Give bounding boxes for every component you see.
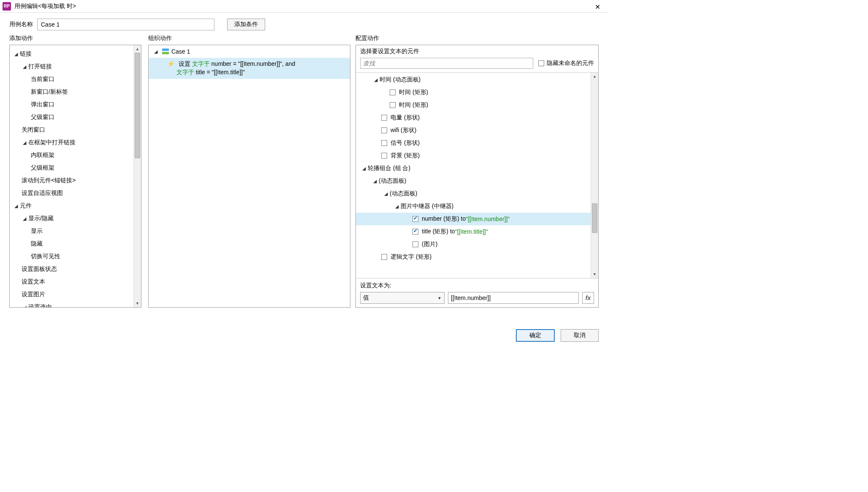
ok-button[interactable]: 确定 [516,329,555,342]
bolt-icon: ⚡ [167,60,174,67]
search-input[interactable] [360,58,533,69]
checkbox-icon[interactable] [381,153,387,159]
tree-item-show-hide[interactable]: 显示/隐藏 [10,212,141,225]
dialog-title: 用例编辑<每项加载 时> [14,3,76,10]
tree-item-title[interactable]: title (矩形) to "[[Item.title]]" [356,225,598,238]
tree-item[interactable]: 切换可见性 [10,250,141,263]
expression-input[interactable] [448,292,579,304]
title-bar: RP 用例编辑<每项加载 时> ✕ [0,0,608,13]
tree-item[interactable]: 内联框架 [10,149,141,162]
tree-item-widget[interactable]: 元件 [10,200,141,212]
checkbox-icon[interactable] [390,102,396,108]
action-tree[interactable]: 链接 打开链接 当前窗口 新窗口/新标签 弹出窗口 父级窗口 关闭窗口 在框架中… [10,45,141,308]
chevron-down-icon[interactable] [13,51,19,57]
scroll-up-icon[interactable]: ▲ [134,45,141,53]
tree-item-link[interactable]: 链接 [10,48,141,60]
tree-item-number[interactable]: number (矩形) to "[[Item.number]]" [356,213,598,225]
checkbox-icon[interactable] [381,254,387,260]
chevron-down-icon[interactable] [22,216,27,222]
tree-item-set-selected[interactable]: 设置选中 [10,301,141,308]
app-icon: RP [3,2,11,11]
checkbox-icon[interactable] [390,89,396,95]
add-condition-button[interactable]: 添加条件 [227,19,265,30]
checkbox-icon[interactable] [412,229,418,235]
tree-item-open-in-frame[interactable]: 在框架中打开链接 [10,136,141,149]
chevron-down-icon[interactable] [383,191,389,197]
set-text-as-label: 设置文本为: [360,282,594,289]
add-action-heading: 添加动作 [9,35,141,42]
tree-item[interactable]: 设置图片 [10,288,141,301]
tree-item[interactable]: 设置自适应视图 [10,187,141,200]
case-label: Case 1 [171,48,190,55]
tree-item[interactable]: (动态面板) [356,187,598,200]
scrollbar[interactable]: ▲ ▼ [591,73,598,278]
scroll-down-icon[interactable]: ▼ [591,270,598,278]
organize-action-heading: 组织动作 [148,35,350,42]
case-name-input[interactable] [37,19,214,30]
tree-item[interactable]: 轮播组合 (组 合) [356,162,598,175]
chevron-down-icon[interactable] [153,49,159,54]
scroll-thumb[interactable] [592,203,597,233]
case-icon [162,49,169,54]
tree-item[interactable]: 显示 [10,225,141,238]
tree-item[interactable]: 新窗口/新标签 [10,86,141,98]
tree-item[interactable]: 时间 (矩形) [356,99,598,111]
chevron-down-icon[interactable] [394,204,400,209]
configure-action-heading: 配置动作 [355,35,599,42]
checkbox-icon[interactable] [381,140,387,146]
chevron-down-icon[interactable] [22,305,27,308]
tree-item[interactable]: 关闭窗口 [10,124,141,136]
tree-item[interactable]: 电量 (形状) [356,111,598,124]
tree-item-open-link[interactable]: 打开链接 [10,60,141,73]
tree-item[interactable]: (图片) [356,238,598,251]
chevron-down-icon[interactable] [361,166,367,171]
tree-item[interactable]: 设置文本 [10,276,141,288]
tree-item[interactable]: (动态面板) [356,175,598,187]
tree-item[interactable]: 弹出窗口 [10,98,141,111]
scrollbar[interactable]: ▲ ▼ [133,45,141,307]
tree-item[interactable]: 背景 (矩形) [356,149,598,162]
chevron-down-icon[interactable] [22,140,27,146]
scroll-thumb[interactable] [135,53,140,158]
chevron-down-icon: ▼ [437,296,442,300]
tree-item[interactable]: 设置面板状态 [10,263,141,276]
tree-item[interactable]: 滚动到元件<锚链接> [10,174,141,187]
checkbox-icon[interactable] [381,115,387,121]
tree-item[interactable]: 信号 (形状) [356,137,598,149]
chevron-down-icon[interactable] [22,64,27,70]
tree-item[interactable]: 父级框架 [10,162,141,174]
tree-item[interactable]: 当前窗口 [10,73,141,86]
scroll-down-icon[interactable]: ▼ [134,300,141,307]
action-item[interactable]: ⚡ 设置 文字于 number = "[[Item.number]]", and… [149,58,350,79]
tree-item[interactable]: 逻辑文字 (矩形) [356,251,598,263]
tree-item[interactable]: wifi (形状) [356,124,598,137]
tree-item[interactable]: 图片中继器 (中继器) [356,200,598,213]
hide-unnamed-checkbox[interactable]: 隐藏未命名的元件 [538,59,594,67]
close-icon[interactable]: ✕ [591,2,604,12]
cancel-button[interactable]: 取消 [561,329,599,342]
tree-item[interactable]: 父级窗口 [10,111,141,124]
scroll-up-icon[interactable]: ▲ [591,73,598,80]
case-name-label: 用例名称 [9,21,33,28]
checkbox-icon[interactable] [412,241,418,247]
fx-button[interactable]: fx [582,292,594,304]
checkbox-icon[interactable] [412,216,418,222]
checkbox-icon[interactable] [538,60,544,66]
tree-item[interactable]: 隐藏 [10,238,141,250]
tree-item[interactable]: 时间 (动态面板) [356,73,598,86]
checkbox-icon[interactable] [381,127,387,133]
value-type-dropdown[interactable]: 值 ▼ [360,292,445,304]
tree-item[interactable]: 时间 (矩形) [356,86,598,99]
chevron-down-icon[interactable] [373,77,379,83]
case-row[interactable]: Case 1 [149,45,350,58]
widget-tree[interactable]: 时间 (动态面板) 时间 (矩形) 时间 (矩形) 电量 (形状) wifi (… [356,72,598,278]
select-widget-label: 选择要设置文本的元件 [360,48,594,55]
chevron-down-icon[interactable] [13,203,19,209]
chevron-down-icon[interactable] [372,178,378,184]
